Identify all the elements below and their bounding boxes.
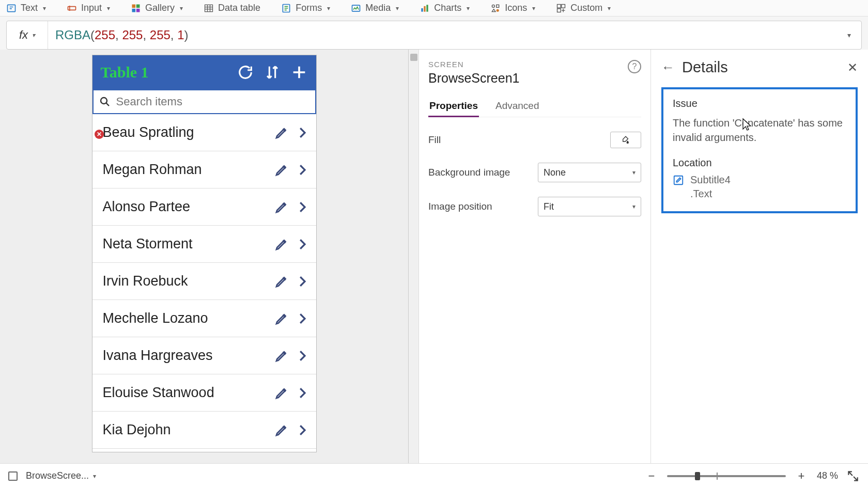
issue-card[interactable]: Issue The function 'Concatenate' has som… — [661, 87, 858, 213]
ribbon-charts[interactable]: Charts ▾ — [420, 3, 470, 13]
tab-advanced[interactable]: Advanced — [494, 97, 540, 117]
list-item[interactable]: Alonso Partee — [92, 188, 316, 226]
edit-icon[interactable] — [274, 199, 289, 215]
ribbon-input[interactable]: Input ▾ — [67, 3, 110, 13]
canvas-pane: Table 1 ✕Beau SpratlingMegan RohmanAlons… — [0, 50, 419, 463]
edit-icon[interactable] — [274, 311, 289, 326]
issue-location[interactable]: Subtitle4 .Text — [690, 173, 731, 201]
app-title: Table 1 — [101, 64, 227, 81]
expand-icon[interactable] — [846, 469, 860, 483]
custom-icon — [556, 3, 566, 13]
edit-icon[interactable] — [274, 348, 289, 364]
tab-properties[interactable]: Properties — [428, 97, 479, 117]
list-item[interactable]: Tamica Trickett — [92, 449, 316, 452]
search-box[interactable] — [92, 89, 316, 114]
chevron-right-icon[interactable] — [295, 385, 310, 401]
chevron-right-icon[interactable] — [295, 237, 310, 252]
status-bar: BrowseScree... ▾ − + 48 % — [0, 463, 868, 488]
chevron-right-icon[interactable] — [295, 348, 310, 364]
ribbon-media[interactable]: Media ▾ — [351, 3, 399, 13]
phone-preview[interactable]: Table 1 ✕Beau SpratlingMegan RohmanAlons… — [92, 55, 317, 452]
chevron-right-icon[interactable] — [295, 311, 310, 326]
breadcrumb[interactable]: BrowseScree... ▾ — [26, 470, 96, 481]
chevron-down-icon: ▾ — [93, 473, 96, 480]
formula-expand[interactable]: ▾ — [836, 31, 861, 39]
datatable-icon — [204, 3, 214, 13]
props-tabs: Properties Advanced — [428, 97, 641, 117]
list-item[interactable]: Irvin Roebuck — [92, 263, 316, 300]
sort-icon[interactable] — [264, 64, 281, 81]
ribbon-text[interactable]: Text ▾ — [6, 3, 46, 13]
list-item[interactable]: Neta Storment — [92, 226, 316, 263]
chevron-right-icon[interactable] — [295, 199, 310, 215]
list-item[interactable]: Kia Dejohn — [92, 412, 316, 449]
list-item[interactable]: Elouise Stanwood — [92, 374, 316, 412]
svg-rect-6 — [205, 5, 213, 11]
edit-icon[interactable] — [274, 125, 289, 140]
list-item[interactable]: Mechelle Lozano — [92, 300, 316, 337]
details-title: Details — [682, 59, 840, 76]
formula-fn: RGBA — [55, 28, 90, 42]
fill-color-picker[interactable] — [610, 132, 641, 148]
browse-list: ✕Beau SpratlingMegan RohmanAlonso Partee… — [92, 114, 316, 452]
svg-rect-17 — [557, 8, 561, 12]
refresh-icon[interactable] — [237, 64, 254, 81]
ribbon-gallery[interactable]: Gallery ▾ — [131, 3, 183, 13]
chevron-right-icon[interactable] — [295, 125, 310, 140]
ribbon-forms[interactable]: Forms ▾ — [281, 3, 330, 13]
error-icon: ✕ — [95, 130, 104, 139]
zoom-out-button[interactable]: − — [644, 469, 659, 483]
list-item-name: Irvin Roebuck — [103, 273, 269, 289]
list-item[interactable]: ✕Beau Spratling — [92, 114, 316, 151]
formula-input[interactable]: RGBA(255, 255, 255, 1) — [48, 28, 836, 42]
ribbon-icons[interactable]: Icons ▾ — [490, 3, 535, 13]
issue-location-header: Location — [673, 157, 846, 169]
close-button[interactable]: ✕ — [847, 60, 858, 75]
formula-bar: fx ▾ RGBA(255, 255, 255, 1) ▾ — [6, 21, 862, 50]
forms-icon — [281, 3, 291, 13]
list-item-name: Alonso Partee — [103, 199, 269, 215]
gallery-icon — [131, 3, 141, 13]
chevron-down-icon: ▾ — [180, 5, 183, 12]
edit-icon[interactable] — [274, 422, 289, 438]
ribbon-forms-label: Forms — [296, 3, 322, 13]
canvas-scrollbar[interactable] — [408, 50, 419, 463]
add-icon[interactable] — [290, 64, 308, 81]
ribbon-custom[interactable]: Custom ▾ — [556, 3, 611, 13]
ribbon-datatable[interactable]: Data table — [204, 3, 260, 13]
prop-bg-label: Background image — [428, 167, 538, 178]
edit-icon — [673, 175, 684, 186]
help-icon[interactable]: ? — [628, 60, 641, 73]
edit-icon[interactable] — [274, 237, 289, 252]
bg-image-select[interactable]: None ▾ — [538, 163, 641, 182]
edit-icon[interactable] — [274, 385, 289, 401]
back-button[interactable]: ← — [661, 59, 675, 75]
list-item-name: Kia Dejohn — [103, 422, 269, 438]
prop-fill-label: Fill — [428, 134, 610, 146]
fx-button[interactable]: fx ▾ — [7, 21, 48, 49]
chevron-right-icon[interactable] — [295, 162, 310, 178]
zoom-in-button[interactable]: + — [794, 469, 809, 483]
bg-image-value: None — [544, 167, 566, 178]
ribbon-custom-label: Custom — [570, 3, 602, 13]
chevron-right-icon[interactable] — [295, 422, 310, 438]
svg-point-14 — [497, 9, 499, 11]
search-input[interactable] — [116, 95, 310, 108]
location-control: Subtitle4 — [690, 173, 731, 187]
svg-rect-10 — [424, 6, 426, 11]
chevron-down-icon: ▾ — [467, 5, 470, 12]
edit-icon[interactable] — [274, 274, 289, 289]
input-icon — [67, 3, 77, 13]
list-item-name: Megan Rohman — [103, 162, 269, 178]
list-item[interactable]: Megan Rohman — [92, 151, 316, 188]
list-item-name: Ivana Hargreaves — [103, 348, 269, 364]
svg-rect-11 — [427, 5, 428, 11]
zoom-slider[interactable] — [667, 475, 786, 477]
list-item-name: Beau Spratling — [103, 124, 269, 140]
image-position-select[interactable]: Fit ▾ — [538, 197, 641, 216]
chevron-down-icon: ▾ — [43, 5, 46, 12]
select-checkbox[interactable] — [8, 471, 18, 481]
edit-icon[interactable] — [274, 162, 289, 178]
list-item[interactable]: Ivana Hargreaves — [92, 337, 316, 374]
chevron-right-icon[interactable] — [295, 274, 310, 289]
